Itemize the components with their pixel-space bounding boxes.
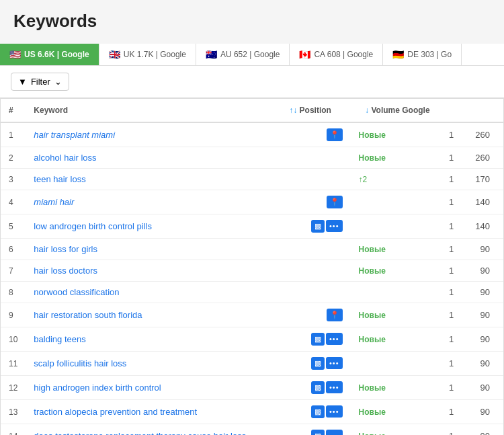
row-position: 1 [438,122,465,147]
col-header-keyword[interactable]: Keyword [26,99,269,122]
col-header-num: # [1,99,26,122]
keywords-table: # Keyword ↑↓ Position ↓ Volume Google [1,99,503,435]
row-num: 2 [1,147,26,169]
row-icons: ▩••• [270,400,351,424]
row-num: 6 [1,239,26,260]
row-volume: 90 [465,239,503,260]
tab-label-ca: CA 608 | Google [314,50,373,59]
row-volume: 90 [465,424,503,436]
tab-label-de: DE 303 | Go [407,50,452,59]
row-volume: 140 [465,214,503,239]
row-icons [270,260,351,282]
row-num: 1 [1,122,26,147]
more-icon[interactable]: ••• [326,357,343,369]
pin-icon[interactable]: 📍 [327,309,343,321]
row-volume: 140 [465,190,503,214]
chevron-down-icon: ⌄ [54,77,62,87]
row-keyword[interactable]: hair restoration south florida [26,303,269,327]
row-badge: Новые [351,260,438,282]
row-position: 1 [438,282,465,303]
row-volume: 90 [465,376,503,400]
row-icons: ▩••• [270,352,351,376]
table-row: 11scalp folliculitis hair loss▩•••190 [1,352,503,376]
row-position: 1 [438,214,465,239]
row-keyword[interactable]: hair loss for girls [26,239,269,260]
tab-au[interactable]: 🇦🇺AU 652 | Google [196,44,290,65]
table-row: 12high androgen index birth control▩•••Н… [1,376,503,400]
row-icons: ▩••• [270,214,351,239]
row-icons: 📍 [270,190,351,214]
row-num: 5 [1,214,26,239]
table-row: 9hair restoration south florida📍Новые190 [1,303,503,327]
screen-icon[interactable]: ▩ [311,430,325,435]
row-volume: 90 [465,260,503,282]
row-position: 1 [438,260,465,282]
row-num: 7 [1,260,26,282]
table-row: 8norwood classification190 [1,282,503,303]
tab-label-uk: UK 1.7K | Google [124,50,186,59]
keywords-table-container: # Keyword ↑↓ Position ↓ Volume Google [0,98,504,435]
table-row: 14does testosterone replacement therapy … [1,424,503,436]
row-keyword[interactable]: balding teens [26,327,269,352]
screen-icon[interactable]: ▩ [311,405,325,418]
flag-icon-de: 🇩🇪 [392,49,404,60]
row-keyword[interactable]: hair transplant miami [26,122,269,147]
table-row: 5low androgen birth control pills▩•••114… [1,214,503,239]
screen-icon[interactable]: ▩ [311,381,325,394]
row-badge: Новые [351,147,438,169]
row-badge [351,214,438,239]
screen-icon[interactable]: ▩ [311,357,325,370]
row-volume: 90 [465,400,503,424]
row-volume: 170 [465,169,503,190]
row-keyword[interactable]: traction alopecia prevention and treatme… [26,400,269,424]
tab-de[interactable]: 🇩🇪DE 303 | Go [383,44,462,65]
tab-us[interactable]: 🇺🇸US 6.6K | Google [0,44,99,65]
row-keyword[interactable]: does testosterone replacement therapy ca… [26,424,269,436]
flag-icon-au: 🇦🇺 [206,49,217,60]
more-icon[interactable]: ••• [326,381,343,393]
more-icon[interactable]: ••• [326,220,343,232]
table-row: 1hair transplant miami📍Новые1260 [1,122,503,147]
col-header-position[interactable]: ↑↓ Position [270,99,351,122]
row-keyword[interactable]: high androgen index birth control [26,376,269,400]
pin-icon[interactable]: 📍 [327,128,343,141]
filter-label: Filter [31,77,50,87]
row-badge: Новые [351,424,438,436]
row-position: 1 [438,147,465,169]
tab-uk[interactable]: 🇬🇧UK 1.7K | Google [99,44,196,65]
tab-label-us: US 6.6K | Google [24,50,89,59]
screen-icon[interactable]: ▩ [311,220,325,233]
row-volume: 90 [465,352,503,376]
row-keyword[interactable]: norwood classification [26,282,269,303]
row-keyword[interactable]: miami hair [26,190,269,214]
row-keyword[interactable]: hair loss doctors [26,260,269,282]
table-header-row: # Keyword ↑↓ Position ↓ Volume Google [1,99,503,122]
table-row: 7hair loss doctorsНовые190 [1,260,503,282]
row-volume: 90 [465,327,503,352]
pin-icon[interactable]: 📍 [327,196,343,208]
row-keyword[interactable]: teen hair loss [26,169,269,190]
page-title: Keywords [13,11,491,32]
row-num: 4 [1,190,26,214]
row-keyword[interactable]: scalp folliculitis hair loss [26,352,269,376]
row-num: 9 [1,303,26,327]
row-badge: Новые [351,303,438,327]
tab-ca[interactable]: 🇨🇦CA 608 | Google [290,44,383,65]
row-num: 13 [1,400,26,424]
row-icons: 📍 [270,303,351,327]
more-icon[interactable]: ••• [326,333,343,345]
row-keyword[interactable]: low androgen birth control pills [26,214,269,239]
row-position: 1 [438,400,465,424]
row-keyword[interactable]: alcohol hair loss [26,147,269,169]
filter-button[interactable]: ▼ Filter ⌄ [11,73,69,91]
row-num: 12 [1,376,26,400]
screen-icon[interactable]: ▩ [311,333,325,346]
more-icon[interactable]: ••• [326,430,343,435]
row-position: 1 [438,190,465,214]
row-num: 3 [1,169,26,190]
row-volume: 90 [465,303,503,327]
row-badge: Новые [351,400,438,424]
more-icon[interactable]: ••• [326,405,343,418]
col-header-volume[interactable]: ↓ Volume Google [351,99,438,122]
flag-icon-ca: 🇨🇦 [299,49,310,60]
